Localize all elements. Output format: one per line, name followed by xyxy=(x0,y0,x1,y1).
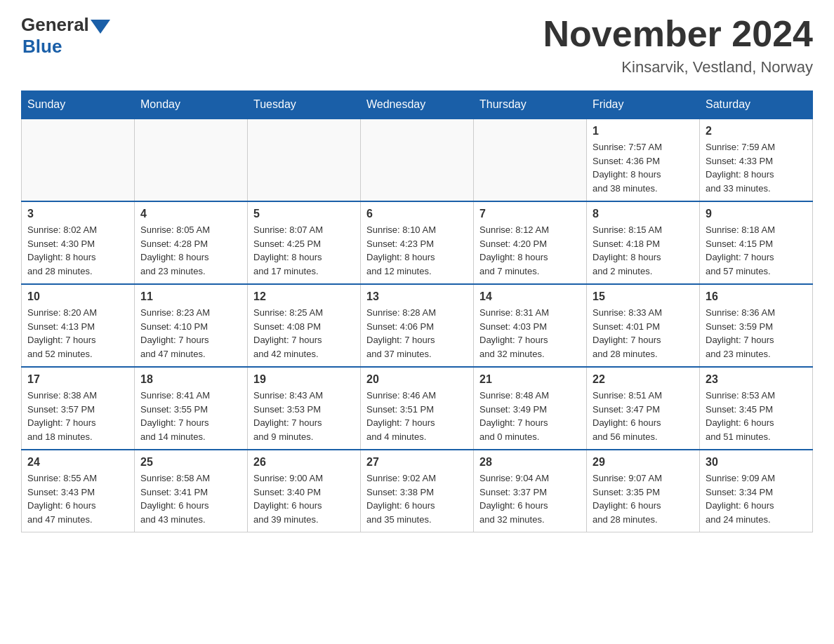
day-info: Sunrise: 7:59 AM Sunset: 4:33 PM Dayligh… xyxy=(706,140,807,195)
calendar-cell: 20Sunrise: 8:46 AM Sunset: 3:51 PM Dayli… xyxy=(361,367,474,450)
calendar-cell: 27Sunrise: 9:02 AM Sunset: 3:38 PM Dayli… xyxy=(361,450,474,532)
calendar-cell: 23Sunrise: 8:53 AM Sunset: 3:45 PM Dayli… xyxy=(700,367,813,450)
calendar-cell: 29Sunrise: 9:07 AM Sunset: 3:35 PM Dayli… xyxy=(587,450,700,532)
calendar-cell: 15Sunrise: 8:33 AM Sunset: 4:01 PM Dayli… xyxy=(587,284,700,367)
calendar-cell: 3Sunrise: 8:02 AM Sunset: 4:30 PM Daylig… xyxy=(22,201,135,284)
calendar-cell: 14Sunrise: 8:31 AM Sunset: 4:03 PM Dayli… xyxy=(474,284,587,367)
day-number: 17 xyxy=(27,373,128,386)
day-info: Sunrise: 8:05 AM Sunset: 4:28 PM Dayligh… xyxy=(140,223,241,278)
day-number: 2 xyxy=(706,125,807,137)
calendar-cell: 30Sunrise: 9:09 AM Sunset: 3:34 PM Dayli… xyxy=(700,450,813,532)
day-number: 22 xyxy=(593,373,694,386)
day-info: Sunrise: 9:02 AM Sunset: 3:38 PM Dayligh… xyxy=(366,471,468,526)
calendar-cell: 13Sunrise: 8:28 AM Sunset: 4:06 PM Dayli… xyxy=(361,284,474,367)
calendar-cell: 25Sunrise: 8:58 AM Sunset: 3:41 PM Dayli… xyxy=(135,450,248,532)
day-number: 4 xyxy=(140,208,241,220)
day-info: Sunrise: 9:00 AM Sunset: 3:40 PM Dayligh… xyxy=(253,471,355,526)
calendar-cell: 5Sunrise: 8:07 AM Sunset: 4:25 PM Daylig… xyxy=(248,201,361,284)
calendar-cell: 8Sunrise: 8:15 AM Sunset: 4:18 PM Daylig… xyxy=(587,201,700,284)
day-info: Sunrise: 8:31 AM Sunset: 4:03 PM Dayligh… xyxy=(479,306,581,361)
calendar-cell xyxy=(135,119,248,201)
day-header-friday: Friday xyxy=(587,91,700,119)
day-number: 8 xyxy=(593,208,694,220)
calendar-cell: 6Sunrise: 8:10 AM Sunset: 4:23 PM Daylig… xyxy=(361,201,474,284)
day-info: Sunrise: 8:28 AM Sunset: 4:06 PM Dayligh… xyxy=(366,306,468,361)
logo-text-blue: Blue xyxy=(22,36,110,58)
day-info: Sunrise: 7:57 AM Sunset: 4:36 PM Dayligh… xyxy=(593,140,694,195)
calendar-title: November 2024 xyxy=(543,14,813,54)
day-number: 9 xyxy=(706,208,807,220)
day-info: Sunrise: 8:20 AM Sunset: 4:13 PM Dayligh… xyxy=(27,306,128,361)
calendar-cell xyxy=(248,119,361,201)
day-info: Sunrise: 8:41 AM Sunset: 3:55 PM Dayligh… xyxy=(140,389,241,443)
day-info: Sunrise: 8:53 AM Sunset: 3:45 PM Dayligh… xyxy=(706,389,807,443)
day-number: 20 xyxy=(366,373,468,386)
calendar-cell: 22Sunrise: 8:51 AM Sunset: 3:47 PM Dayli… xyxy=(587,367,700,450)
calendar-cell: 16Sunrise: 8:36 AM Sunset: 3:59 PM Dayli… xyxy=(700,284,813,367)
calendar-cell: 24Sunrise: 8:55 AM Sunset: 3:43 PM Dayli… xyxy=(22,450,135,532)
week-row-3: 10Sunrise: 8:20 AM Sunset: 4:13 PM Dayli… xyxy=(22,284,813,367)
calendar-cell: 1Sunrise: 7:57 AM Sunset: 4:36 PM Daylig… xyxy=(587,119,700,201)
day-number: 13 xyxy=(366,290,468,303)
day-number: 7 xyxy=(479,208,581,220)
logo: General Blue xyxy=(21,14,110,58)
day-number: 21 xyxy=(479,373,581,386)
calendar-table: SundayMondayTuesdayWednesdayThursdayFrid… xyxy=(21,90,813,532)
calendar-cell: 18Sunrise: 8:41 AM Sunset: 3:55 PM Dayli… xyxy=(135,367,248,450)
calendar-cell xyxy=(22,119,135,201)
day-info: Sunrise: 8:10 AM Sunset: 4:23 PM Dayligh… xyxy=(366,223,468,278)
calendar-cell xyxy=(474,119,587,201)
day-info: Sunrise: 8:55 AM Sunset: 3:43 PM Dayligh… xyxy=(27,471,128,526)
day-info: Sunrise: 8:07 AM Sunset: 4:25 PM Dayligh… xyxy=(253,223,355,278)
day-header-tuesday: Tuesday xyxy=(248,91,361,119)
day-info: Sunrise: 8:51 AM Sunset: 3:47 PM Dayligh… xyxy=(593,389,694,443)
day-number: 23 xyxy=(706,373,807,386)
day-info: Sunrise: 8:43 AM Sunset: 3:53 PM Dayligh… xyxy=(253,389,355,443)
day-info: Sunrise: 8:38 AM Sunset: 3:57 PM Dayligh… xyxy=(27,389,128,443)
day-number: 3 xyxy=(27,208,128,220)
day-header-monday: Monday xyxy=(135,91,248,119)
day-info: Sunrise: 8:23 AM Sunset: 4:10 PM Dayligh… xyxy=(140,306,241,361)
logo-triangle-icon xyxy=(91,20,110,34)
page-header: General Blue November 2024 Kinsarvik, Ve… xyxy=(21,14,813,76)
day-info: Sunrise: 8:33 AM Sunset: 4:01 PM Dayligh… xyxy=(593,306,694,361)
day-number: 18 xyxy=(140,373,241,386)
day-info: Sunrise: 9:04 AM Sunset: 3:37 PM Dayligh… xyxy=(479,471,581,526)
week-row-5: 24Sunrise: 8:55 AM Sunset: 3:43 PM Dayli… xyxy=(22,450,813,532)
day-number: 11 xyxy=(140,290,241,303)
day-info: Sunrise: 8:12 AM Sunset: 4:20 PM Dayligh… xyxy=(479,223,581,278)
week-row-4: 17Sunrise: 8:38 AM Sunset: 3:57 PM Dayli… xyxy=(22,367,813,450)
logo-text-general: General xyxy=(21,14,89,36)
day-info: Sunrise: 8:46 AM Sunset: 3:51 PM Dayligh… xyxy=(366,389,468,443)
calendar-cell: 4Sunrise: 8:05 AM Sunset: 4:28 PM Daylig… xyxy=(135,201,248,284)
day-number: 29 xyxy=(593,456,694,469)
day-number: 10 xyxy=(27,290,128,303)
calendar-cell: 7Sunrise: 8:12 AM Sunset: 4:20 PM Daylig… xyxy=(474,201,587,284)
day-number: 24 xyxy=(27,456,128,469)
calendar-cell: 28Sunrise: 9:04 AM Sunset: 3:37 PM Dayli… xyxy=(474,450,587,532)
day-info: Sunrise: 8:25 AM Sunset: 4:08 PM Dayligh… xyxy=(253,306,355,361)
calendar-cell: 2Sunrise: 7:59 AM Sunset: 4:33 PM Daylig… xyxy=(700,119,813,201)
day-number: 27 xyxy=(366,456,468,469)
day-number: 6 xyxy=(366,208,468,220)
calendar-cell: 26Sunrise: 9:00 AM Sunset: 3:40 PM Dayli… xyxy=(248,450,361,532)
calendar-header-row: SundayMondayTuesdayWednesdayThursdayFrid… xyxy=(22,91,813,119)
day-number: 28 xyxy=(479,456,581,469)
day-info: Sunrise: 8:18 AM Sunset: 4:15 PM Dayligh… xyxy=(706,223,807,278)
day-header-saturday: Saturday xyxy=(700,91,813,119)
day-number: 15 xyxy=(593,290,694,303)
day-number: 26 xyxy=(253,456,355,469)
calendar-cell: 9Sunrise: 8:18 AM Sunset: 4:15 PM Daylig… xyxy=(700,201,813,284)
calendar-cell: 17Sunrise: 8:38 AM Sunset: 3:57 PM Dayli… xyxy=(22,367,135,450)
day-info: Sunrise: 8:48 AM Sunset: 3:49 PM Dayligh… xyxy=(479,389,581,443)
day-number: 19 xyxy=(253,373,355,386)
day-number: 25 xyxy=(140,456,241,469)
day-info: Sunrise: 8:58 AM Sunset: 3:41 PM Dayligh… xyxy=(140,471,241,526)
day-header-sunday: Sunday xyxy=(22,91,135,119)
calendar-cell: 11Sunrise: 8:23 AM Sunset: 4:10 PM Dayli… xyxy=(135,284,248,367)
day-number: 14 xyxy=(479,290,581,303)
day-number: 5 xyxy=(253,208,355,220)
calendar-cell: 19Sunrise: 8:43 AM Sunset: 3:53 PM Dayli… xyxy=(248,367,361,450)
week-row-2: 3Sunrise: 8:02 AM Sunset: 4:30 PM Daylig… xyxy=(22,201,813,284)
day-info: Sunrise: 9:09 AM Sunset: 3:34 PM Dayligh… xyxy=(706,471,807,526)
